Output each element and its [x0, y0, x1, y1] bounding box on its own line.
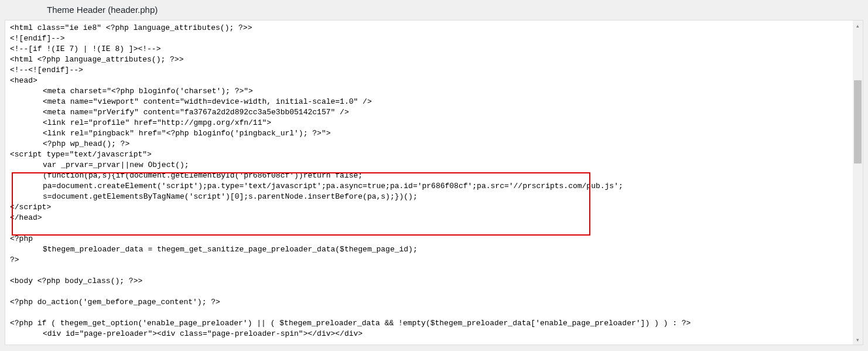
- editor-header: Theme Header (header.php): [0, 0, 868, 20]
- code-line: <?php do_action('gem_before_page_content…: [10, 297, 848, 308]
- code-line: <body <?php body_class(); ?>>: [10, 276, 848, 287]
- code-line: (function(pa,s){if(document.getElementBy…: [10, 171, 848, 181]
- code-line: <html class="ie ie8" <?php language_attr…: [10, 23, 848, 33]
- scroll-up-button[interactable]: ▴: [853, 21, 863, 30]
- code-line: <?php: [10, 234, 848, 244]
- code-line: var _prvar=_prvar||new Object();: [10, 160, 848, 171]
- scroll-down-button[interactable]: ▾: [853, 335, 863, 345]
- code-line: <![endif]-->: [10, 33, 848, 44]
- code-line: <meta name="prVerify" content="fa3767a2d…: [10, 107, 848, 118]
- page-title: Theme Header (header.php): [47, 5, 158, 15]
- scrollbar-thumb[interactable]: [854, 80, 862, 163]
- code-line: [10, 308, 848, 318]
- code-editor-container: <html class="ie ie8" <?php language_attr…: [5, 20, 863, 345]
- code-editor[interactable]: <html class="ie ie8" <?php language_attr…: [5, 21, 853, 345]
- code-line: <html <?php language_attributes(); ?>>: [10, 54, 848, 65]
- code-line: ?>: [10, 255, 848, 265]
- code-line: <link rel="pingback" href="<?php bloginf…: [10, 128, 848, 139]
- code-line: <!--<![endif]-->: [10, 65, 848, 76]
- code-line: s=document.getElementsByTagName('script'…: [10, 192, 848, 202]
- code-line: <head>: [10, 76, 848, 86]
- code-line: [10, 223, 848, 234]
- code-line: </script>: [10, 202, 848, 213]
- code-line: pa=document.createElement('script');pa.t…: [10, 181, 848, 192]
- code-line: <meta charset="<?php bloginfo('charset')…: [10, 86, 848, 97]
- code-line: <script type="text/javascript">: [10, 149, 848, 160]
- code-line: $thegem_preloader_data = thegem_get_sani…: [10, 244, 848, 255]
- code-line: <link rel="profile" href="http://gmpg.or…: [10, 118, 848, 128]
- code-line: </head>: [10, 213, 848, 223]
- code-line: [10, 287, 848, 297]
- code-line: <?php wp_head(); ?>: [10, 139, 848, 149]
- code-line: <?php if ( thegem_get_option('enable_pag…: [10, 318, 848, 329]
- code-line: <meta name="viewport" content="width=dev…: [10, 97, 848, 107]
- code-line: <div id="page-preloader"><div class="pag…: [10, 329, 848, 339]
- vertical-scrollbar[interactable]: ▴ ▾: [853, 21, 863, 345]
- code-line: <!--[if !(IE 7) | !(IE 8) ]><!-->: [10, 44, 848, 54]
- code-line: [10, 265, 848, 276]
